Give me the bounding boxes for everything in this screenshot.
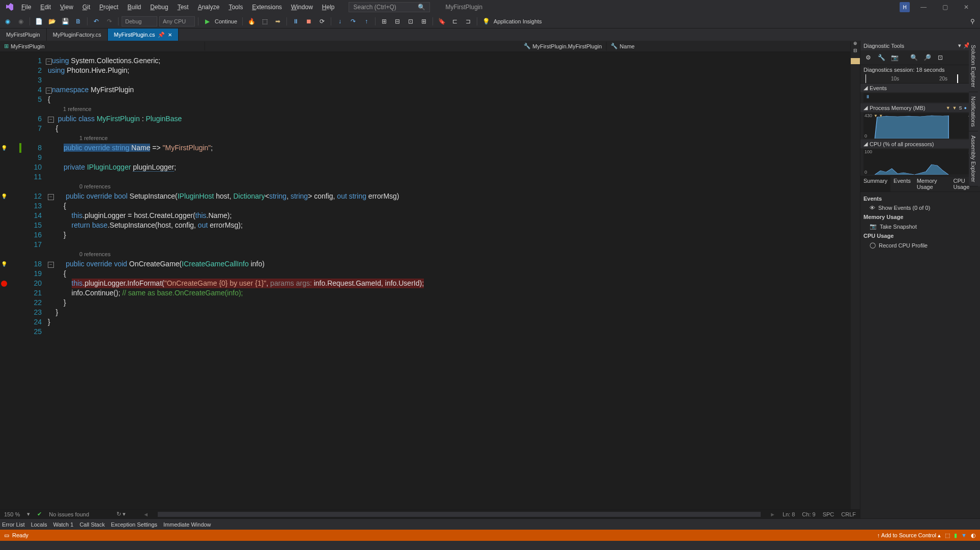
stop-icon[interactable]: ⏹: [303, 16, 314, 27]
status-icon4[interactable]: ◐: [971, 532, 976, 539]
split-icon[interactable]: ⊕: [851, 41, 860, 48]
save-button[interactable]: 💾: [60, 16, 71, 27]
issues-label[interactable]: No issues found: [49, 511, 89, 517]
show-events-button[interactable]: 👁Show Events (0 of 0): [863, 203, 977, 212]
source-control-button[interactable]: ↑ Add to Source Control ▴: [877, 532, 941, 539]
back-button[interactable]: ◉: [2, 16, 13, 27]
diag-tab-memory-usage[interactable]: Memory Usage: [914, 176, 950, 191]
minimize-button[interactable]: —: [916, 2, 931, 13]
comment-icon[interactable]: ⊏: [449, 16, 460, 27]
user-avatar[interactable]: H: [900, 2, 910, 12]
bottom-tab-locals[interactable]: Locals: [31, 521, 47, 528]
pause-icon[interactable]: ⏸: [290, 16, 301, 27]
lightbulb-icon[interactable]: 💡: [1, 191, 7, 201]
gear-icon[interactable]: ⚙: [862, 52, 874, 63]
h-scrollbar[interactable]: [158, 512, 761, 517]
menu-edit[interactable]: Edit: [36, 2, 55, 13]
menu-window[interactable]: Window: [287, 2, 317, 13]
step-into-icon[interactable]: ↓: [334, 16, 345, 27]
close-button[interactable]: ✕: [959, 2, 974, 13]
menu-tools[interactable]: Tools: [224, 2, 247, 13]
insights-label[interactable]: Application Insights: [494, 18, 542, 24]
config-combo[interactable]: Debug: [122, 16, 157, 26]
menu-view[interactable]: View: [56, 2, 77, 13]
step-icon[interactable]: ⬚: [259, 16, 270, 27]
redo-button[interactable]: ↷: [104, 16, 115, 27]
indent-indicator[interactable]: SPC: [823, 511, 834, 517]
dropdown-icon[interactable]: ▾: [958, 42, 961, 49]
zoom-in-icon[interactable]: 🔍: [908, 52, 919, 63]
zoom-out-icon[interactable]: 🔎: [921, 52, 933, 63]
breakpoint-icon[interactable]: [1, 281, 7, 287]
split2-icon[interactable]: ⊟: [851, 48, 860, 55]
tab-mypluginfactory-cs[interactable]: MyPluginFactory.cs: [47, 29, 108, 41]
new-button[interactable]: 📄: [33, 16, 44, 27]
lineending-indicator[interactable]: CRLF: [841, 511, 856, 517]
menu-debug[interactable]: Debug: [146, 2, 172, 13]
search-input[interactable]: Search (Ctrl+Q) 🔍: [349, 2, 430, 12]
diag-tab-events[interactable]: Events: [890, 176, 914, 191]
tab-myfirstplugin-cs[interactable]: MyFirstPlugin.cs📌✕: [108, 29, 179, 41]
bookmark-icon[interactable]: 🔖: [436, 16, 447, 27]
nav-member[interactable]: 🔧 Name: [607, 42, 851, 50]
menu-project[interactable]: Project: [95, 2, 122, 13]
side-tab-assembly-explorer[interactable]: Assembly Explorer: [969, 131, 978, 187]
tool-icon[interactable]: ⊞: [379, 16, 390, 27]
side-tab-solution-explorer[interactable]: Solution Explorer: [969, 41, 978, 92]
maximize-button[interactable]: ▢: [937, 2, 953, 13]
step-over-icon[interactable]: ↷: [348, 16, 359, 27]
record-cpu-button[interactable]: ◯Record CPU Profile: [863, 240, 977, 250]
line-indicator[interactable]: Ln: 8: [783, 511, 795, 517]
tool4-icon[interactable]: ⊞: [418, 16, 429, 27]
undo-button[interactable]: ↶: [91, 16, 102, 27]
menu-extensions[interactable]: Extensions: [248, 2, 286, 13]
bottom-tab-exception-settings[interactable]: Exception Settings: [111, 521, 157, 528]
refresh-icon[interactable]: ↻ ▾: [117, 511, 126, 517]
status-icon1[interactable]: ⬚: [945, 532, 950, 539]
code-editor[interactable]: 💡 💡 💡 1234567891011121314151617181920212…: [0, 55, 860, 509]
menu-git[interactable]: Git: [78, 2, 94, 13]
pin-icon[interactable]: 📌: [158, 32, 165, 38]
hot-reload-icon[interactable]: 🔥: [246, 16, 257, 27]
show-next-icon[interactable]: ➡: [272, 16, 283, 27]
restart-icon[interactable]: ⟳: [316, 16, 328, 27]
events-section[interactable]: ◢ Events: [860, 84, 980, 92]
lightbulb-icon[interactable]: 💡: [1, 259, 7, 269]
continue-label[interactable]: Continue: [215, 18, 237, 24]
bottom-tab-error-list[interactable]: Error List: [2, 521, 25, 528]
nav-project[interactable]: ⊞ MyFirstPlugin: [0, 42, 205, 50]
menu-analyze[interactable]: Analyze: [194, 2, 224, 13]
nav-type[interactable]: 🔧 MyFirstPlugin.MyFirstPlugin: [205, 42, 607, 50]
close-icon[interactable]: ✕: [168, 32, 172, 38]
status-icon3[interactable]: ▼: [961, 532, 967, 538]
continue-button[interactable]: ▶: [201, 16, 213, 27]
menu-help[interactable]: Help: [318, 2, 339, 13]
memory-section[interactable]: ◢ Process Memory (MB) ▼▼S ●Pr...: [860, 103, 980, 112]
platform-combo[interactable]: Any CPU: [159, 16, 195, 26]
bottom-tab-immediate-window[interactable]: Immediate Window: [163, 521, 211, 528]
forward-button[interactable]: ◉: [15, 16, 26, 27]
cpu-section[interactable]: ◢ CPU (% of all processors): [860, 140, 980, 148]
lightbulb-icon[interactable]: 💡: [1, 143, 7, 153]
open-button[interactable]: 📂: [46, 16, 57, 27]
diag-tab-summary[interactable]: Summary: [860, 176, 890, 191]
snapshot-icon[interactable]: 📷: [889, 52, 900, 63]
reset-icon[interactable]: ⊡: [935, 52, 946, 63]
menu-build[interactable]: Build: [124, 2, 146, 13]
menu-file[interactable]: File: [17, 2, 35, 13]
tool2-icon[interactable]: ⊟: [392, 16, 403, 27]
status-icon2[interactable]: ▮: [954, 532, 957, 539]
tab-myfirstplugin[interactable]: MyFirstPlugin: [0, 29, 47, 41]
timeline[interactable]: 10s 20s: [860, 74, 980, 84]
share-icon[interactable]: ⚲: [967, 16, 978, 27]
zoom-level[interactable]: 150 %: [4, 511, 20, 517]
side-tab-notifications[interactable]: Notifications: [969, 92, 978, 131]
bottom-tab-watch-1[interactable]: Watch 1: [53, 521, 73, 528]
bottom-tab-call-stack[interactable]: Call Stack: [79, 521, 105, 528]
snapshot-button[interactable]: 📷Take Snapshot: [863, 222, 977, 231]
save-all-button[interactable]: 🗎: [73, 16, 84, 27]
insights-icon[interactable]: 💡: [480, 16, 492, 27]
char-indicator[interactable]: Ch: 9: [802, 511, 815, 517]
tool3-icon[interactable]: ⊡: [405, 16, 416, 27]
step-out-icon[interactable]: ↑: [361, 16, 372, 27]
